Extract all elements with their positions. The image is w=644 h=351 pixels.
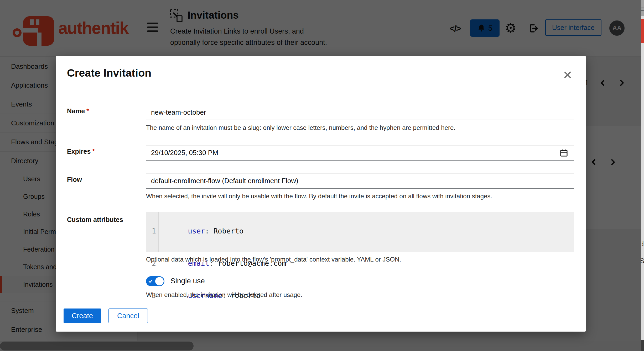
name-input[interactable] xyxy=(146,105,574,120)
code-line: 1user Roberto xyxy=(146,215,574,247)
custom-attributes-help-text: Optional data which is loaded into the f… xyxy=(146,256,401,263)
name-help-text: The name of an invitation must be a slug… xyxy=(146,124,455,131)
single-use-label: Single use xyxy=(170,277,205,285)
expires-input[interactable] xyxy=(146,145,574,161)
toggle-knob xyxy=(155,277,164,285)
expires-field-label: Expires* xyxy=(67,148,95,155)
clipped-letter: t xyxy=(641,177,642,185)
clipped-letter: i xyxy=(641,46,642,54)
single-use-toggle[interactable] xyxy=(146,276,164,286)
clipped-letter: d xyxy=(641,240,644,248)
create-button[interactable]: Create xyxy=(64,309,101,323)
calendar-icon[interactable] xyxy=(559,148,568,157)
code-line: 2email roberto@acme.com xyxy=(146,247,574,279)
flow-select-input[interactable] xyxy=(146,173,574,189)
name-field-label: Name* xyxy=(67,107,89,115)
create-invitation-modal: Create Invitation Name* The name of an i… xyxy=(56,56,586,332)
scrollbar-corner-block xyxy=(641,340,644,351)
single-use-help-text: When enabled, the invitation will be del… xyxy=(146,291,302,299)
right-edge-panel-sliver: F i t d S xyxy=(641,0,644,351)
custom-attributes-label: Custom attributes xyxy=(67,216,123,224)
clipped-letter: F xyxy=(641,6,644,14)
close-icon[interactable] xyxy=(562,69,573,81)
required-asterisk: * xyxy=(92,148,95,155)
flow-field-label: Flow xyxy=(67,176,82,183)
modal-title: Create Invitation xyxy=(67,67,151,79)
strip-red-block xyxy=(641,19,644,43)
clipped-letter: S xyxy=(641,257,644,265)
cancel-button[interactable]: Cancel xyxy=(108,309,148,323)
flow-help-text: When selected, the invite will only be u… xyxy=(146,193,492,200)
custom-attributes-code-editor[interactable]: 1user Roberto 2email roberto@acme.com 3u… xyxy=(146,212,574,252)
check-icon xyxy=(148,279,153,284)
required-asterisk: * xyxy=(86,107,89,115)
